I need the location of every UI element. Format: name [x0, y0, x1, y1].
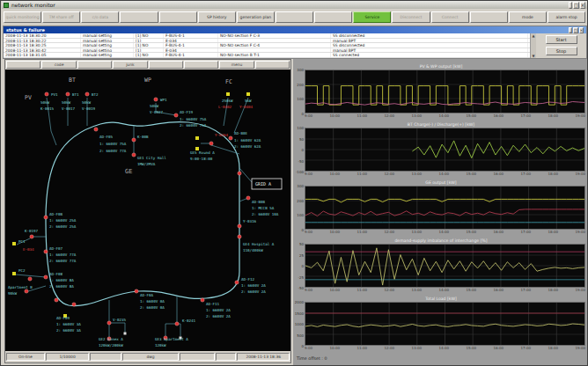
diagram-label: BT2: [92, 92, 99, 97]
log-close-icon[interactable]: ✕: [579, 27, 584, 33]
switch-node-red[interactable]: [44, 216, 48, 219]
log-cell: SS disconnected: [331, 33, 528, 38]
diagram-toolbar-segment-junk[interactable]: junk: [113, 61, 147, 69]
switch-node-red[interactable]: [201, 298, 204, 302]
diagram-label: 1: 6600V 62A: [234, 138, 261, 143]
switch-node-red[interactable]: [135, 289, 138, 293]
y-tick-label: 50: [299, 138, 304, 142]
device-node-yellow[interactable]: [12, 272, 16, 275]
switch-node-red[interactable]: [238, 224, 241, 228]
switch-node-red[interactable]: [107, 321, 111, 325]
log-cell: manual setting: [81, 53, 134, 57]
y-tick-label: -100: [296, 171, 304, 174]
log-minimize-icon[interactable]: _: [569, 27, 572, 33]
toolbar-button-c/o-data[interactable]: c/o data: [81, 11, 119, 23]
switch-node-red[interactable]: [25, 289, 28, 293]
chart-plot-row: 3002001000: [293, 70, 588, 113]
diagram-label: K-0197: [25, 229, 39, 233]
x-tick-label: 16:00: [493, 346, 503, 352]
minimize-icon[interactable]: _: [569, 2, 573, 9]
diagram-toolbar-segment-0[interactable]: [6, 61, 40, 69]
switch-node-red[interactable]: [175, 322, 179, 326]
toolbar-button-alarm-stop[interactable]: alarm stop: [548, 11, 585, 23]
log-titlebar[interactable]: status & failure _□✕: [4, 26, 586, 33]
start-button[interactable]: Start: [546, 35, 577, 44]
toolbar-button-disconnect[interactable]: Disconnect: [392, 11, 430, 23]
switch-node-red[interactable]: [55, 298, 58, 302]
scroll-up-icon[interactable]: ▲: [532, 33, 534, 38]
switch-node-red[interactable]: [28, 277, 32, 281]
toolbar-button-mode[interactable]: mode: [509, 11, 547, 23]
device-node-yellow[interactable]: [195, 136, 199, 140]
switch-node-red[interactable]: [174, 113, 178, 117]
chart-xticks: 9:0010:0011:0012:0013:0014:0015:0016:001…: [305, 346, 585, 352]
diagram-label: AD-F07: [49, 246, 63, 251]
toolbar-button-blank-7[interactable]: [276, 11, 313, 23]
switch-node-red[interactable]: [66, 92, 70, 96]
switch-node-red[interactable]: [72, 303, 76, 306]
log-maximize-icon[interactable]: □: [573, 27, 578, 33]
toolbar-button-blank-3[interactable]: [120, 11, 158, 23]
switch-node-red[interactable]: [238, 172, 241, 175]
toolbar-button-service[interactable]: Service: [353, 11, 391, 23]
switch-node-red[interactable]: [44, 275, 48, 279]
switch-node-red[interactable]: [209, 142, 213, 145]
chart-xticks: 9:0010:0011:0012:0013:0014:0015:0016:001…: [305, 230, 585, 236]
y-tick-label: 25: [299, 254, 304, 258]
diagram-toolbar-segment-2[interactable]: [77, 61, 112, 69]
switch-node-red[interactable]: [30, 235, 33, 238]
toolbar-button-blank-12[interactable]: [470, 11, 508, 23]
diagram-toolbar-segment-7[interactable]: [255, 61, 290, 69]
switch-node-red[interactable]: [238, 235, 241, 238]
log-cell: 2008-11-13 18:30:22: [4, 39, 81, 43]
device-node-yellow[interactable]: [226, 92, 230, 96]
device-node-white[interactable]: [124, 333, 127, 335]
diagram-toolbar-segment-code[interactable]: code: [41, 61, 76, 69]
diagram-toolbar-segment-4[interactable]: [149, 61, 183, 69]
diagram-label: 2: 6600V 10A: [252, 212, 279, 216]
chart-2: GE output [kW]30020010009:0010:0011:0012…: [293, 179, 588, 238]
toolbar-button-connect[interactable]: Connect: [431, 11, 469, 23]
diagram-toolbar-segment-menu[interactable]: menu: [219, 61, 254, 69]
scroll-down-icon[interactable]: ▼: [532, 54, 534, 58]
chart-plot: [305, 70, 585, 113]
chart-ylabels: 3002001000: [293, 186, 305, 230]
switch-node-red[interactable]: [44, 250, 48, 253]
device-node-yellow[interactable]: [12, 242, 16, 245]
stop-button[interactable]: Stop: [546, 47, 577, 55]
switch-node-red[interactable]: [154, 98, 158, 101]
device-node-yellow[interactable]: [246, 92, 250, 96]
log-row[interactable]: 2008-11-13 18:31:05manual setting[1] NOF…: [4, 53, 530, 58]
close-icon[interactable]: ✕: [580, 2, 585, 9]
toolbar-button-blank-8[interactable]: [314, 11, 352, 23]
toolbar-button-quick-monitoring[interactable]: quick monitoring: [4, 11, 41, 23]
switch-node-red[interactable]: [132, 138, 136, 142]
log-cell: manual BPT: [331, 48, 528, 53]
diagram-label: 2: 6600V 62A: [234, 144, 261, 149]
toolbar-button-tm-share-off[interactable]: TM share off: [42, 11, 80, 23]
app-titlebar[interactable]: network monitor _□✕: [2, 1, 587, 9]
log-cell: [1] NO: [134, 33, 164, 38]
diagram-status-segment-On-line: On-line: [6, 353, 45, 361]
switch-node-red[interactable]: [235, 281, 239, 284]
switch-node-red[interactable]: [85, 92, 89, 96]
switch-node-red[interactable]: [229, 136, 232, 140]
switch-node-red[interactable]: [132, 153, 136, 157]
switch-node-red[interactable]: [246, 196, 250, 200]
x-tick-label: 10:00: [329, 346, 340, 352]
toolbar-button-generation-plan[interactable]: generation plan: [237, 11, 275, 23]
log-scrollbar[interactable]: ▲ ▼: [530, 33, 536, 58]
diagram-label: 2: 6600V 77A: [99, 149, 127, 153]
toolbar-button-blank-4[interactable]: [159, 11, 197, 23]
maximize-icon[interactable]: □: [573, 2, 579, 9]
toolbar-button-sp-history[interactable]: SP history: [198, 11, 236, 23]
switch-node-red[interactable]: [45, 92, 48, 96]
app-window: network monitor _□✕ quick monitoringTM s…: [0, 0, 588, 366]
x-tick-label: 19:00: [575, 346, 585, 352]
y-tick-label: 0: [301, 229, 304, 232]
diagram-toolbar-segment-5[interactable]: [184, 61, 218, 69]
diagram-label: FC: [225, 78, 232, 85]
switch-node-red[interactable]: [94, 128, 98, 131]
log-cell: NO-NO section F C-4: [218, 43, 331, 48]
diagram-label: 2: 6600V 25A: [49, 224, 77, 229]
